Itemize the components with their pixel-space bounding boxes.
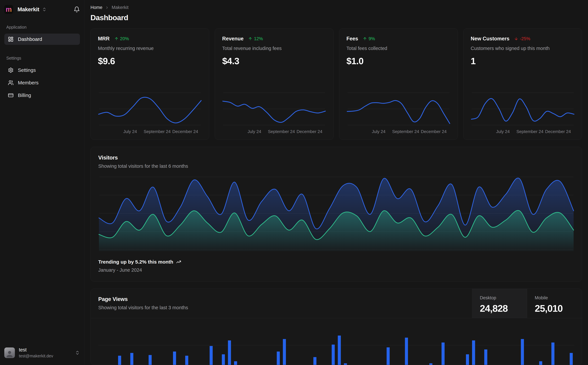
- nav-settings: Settings Members Billing: [4, 64, 80, 101]
- stat-card-fees: Fees 9% Total fees collected $1.0 July 2…: [339, 28, 458, 140]
- main-content: Home Makerkit Dashboard MRR 20% Monthly …: [84, 0, 588, 365]
- stat-title: Fees: [346, 36, 358, 42]
- page-views-subtitle: Showing total visitors for the last 3 mo…: [98, 305, 188, 310]
- user-menu-caret[interactable]: [75, 350, 80, 355]
- visitors-area-chart: [98, 176, 574, 251]
- stat-value: $4.3: [222, 56, 326, 66]
- page-views-title: Page Views: [98, 296, 188, 302]
- user-email: test@makerkit.dev: [19, 354, 53, 358]
- sidebar-item-billing[interactable]: Billing: [4, 90, 80, 101]
- user-name: test: [19, 347, 53, 353]
- axis-tick: July 24: [248, 129, 261, 134]
- sidebar-item-label: Settings: [18, 67, 36, 73]
- page-views-header: Page Views Showing total visitors for th…: [91, 289, 582, 318]
- axis-tick: December 24: [545, 129, 571, 134]
- toggle-label: Desktop: [480, 295, 527, 301]
- chevrons-up-down-icon: [75, 350, 80, 355]
- billing-icon: [8, 92, 14, 98]
- trend-badge: 12%: [248, 36, 263, 41]
- bell-icon: [74, 6, 80, 13]
- stat-card-revenue: Revenue 12% Total revenue including fees…: [215, 28, 333, 140]
- page-views-bar-chart: [91, 318, 582, 365]
- visitors-subtitle: Showing total visitors for the last 6 mo…: [98, 163, 574, 169]
- toggle-desktop[interactable]: Desktop 24,828: [472, 289, 527, 318]
- toggle-value: 24,828: [480, 303, 527, 314]
- breadcrumb-home-link[interactable]: Home: [90, 5, 102, 10]
- toggle-mobile[interactable]: Mobile 25,010: [527, 289, 582, 318]
- axis-tick: December 24: [421, 129, 447, 134]
- visitors-card: Visitors Showing total visitors for the …: [90, 147, 582, 282]
- axis-tick: July 24: [372, 129, 385, 134]
- trend-value: 9%: [368, 36, 375, 41]
- sidebar-item-label: Members: [18, 80, 39, 85]
- stat-cards-row: MRR 20% Monthly recurring revenue $9.6 J…: [90, 28, 582, 140]
- sparkline-chart: July 24 September 24 December 24: [222, 92, 326, 135]
- members-icon: [8, 80, 14, 85]
- trend-badge: 9%: [363, 36, 375, 41]
- stat-value: $9.6: [98, 56, 202, 66]
- axis-tick: July 24: [496, 129, 510, 134]
- arrow-down-icon: [514, 36, 518, 41]
- stat-title: MRR: [98, 36, 110, 42]
- toggle-label: Mobile: [535, 295, 582, 301]
- chevrons-up-down-icon: [42, 7, 47, 12]
- section-label-application: Application: [4, 25, 80, 30]
- workspace-selector[interactable]: [42, 7, 47, 12]
- arrow-up-icon: [114, 36, 119, 41]
- page-views-toggles: Desktop 24,828 Mobile 25,010: [472, 289, 582, 318]
- visitors-period: January - June 2024: [98, 267, 574, 273]
- user-silhouette-icon: [5, 350, 14, 358]
- trend-badge: 20%: [114, 36, 129, 41]
- arrow-up-icon: [248, 36, 252, 41]
- dashboard-icon: [8, 36, 14, 42]
- sidebar: m Makerkit Application Dashboard Setting…: [0, 0, 84, 365]
- trending-up-icon: [176, 260, 181, 264]
- trend-value: -25%: [520, 36, 530, 41]
- stat-description: Monthly recurring revenue: [98, 46, 202, 51]
- page-title: Dashboard: [90, 14, 582, 22]
- visitors-title: Visitors: [98, 154, 574, 161]
- sidebar-item-members[interactable]: Members: [4, 77, 80, 88]
- axis-tick: September 24: [144, 129, 171, 134]
- stat-description: Total revenue including fees: [222, 46, 326, 51]
- visitors-trend-text: Trending up by 5.2% this month: [98, 259, 173, 265]
- workspace-row: m Makerkit: [4, 5, 80, 14]
- stat-title: New Customers: [471, 36, 509, 42]
- section-label-settings: Settings: [4, 56, 80, 61]
- nav-application: Dashboard: [4, 34, 80, 45]
- sparkline-axis: July 24 September 24 December 24: [222, 129, 326, 135]
- sidebar-item-label: Dashboard: [18, 36, 42, 42]
- sparkline-chart: July 24 September 24 December 24: [471, 92, 574, 135]
- sparkline-axis: July 24 September 24 December 24: [346, 129, 450, 135]
- sidebar-item-settings[interactable]: Settings: [4, 64, 80, 76]
- axis-tick: December 24: [297, 129, 322, 134]
- visitors-footer: Trending up by 5.2% this month January -…: [98, 259, 574, 273]
- axis-tick: September 24: [268, 129, 295, 134]
- sparkline-chart: July 24 September 24 December 24: [98, 92, 202, 135]
- workspace-name: Makerkit: [18, 6, 39, 13]
- notifications-button[interactable]: [74, 6, 80, 13]
- stat-title: Revenue: [222, 36, 243, 42]
- toggle-value: 25,010: [535, 303, 582, 314]
- trend-value: 12%: [254, 36, 263, 41]
- axis-tick: September 24: [516, 129, 543, 134]
- sparkline-chart: July 24 September 24 December 24: [346, 92, 450, 135]
- user-menu[interactable]: test test@makerkit.dev: [4, 347, 80, 358]
- sidebar-item-label: Billing: [18, 92, 31, 98]
- stat-value: $1.0: [346, 56, 450, 66]
- trend-value: 20%: [120, 36, 129, 41]
- arrow-up-icon: [363, 36, 367, 41]
- breadcrumb-current: Makerkit: [112, 5, 129, 10]
- stat-value: 1: [471, 56, 574, 66]
- stat-description: Total fees collected: [346, 46, 450, 51]
- chevron-right-icon: [105, 6, 109, 10]
- settings-icon: [8, 67, 14, 73]
- avatar: [4, 347, 15, 358]
- axis-tick: September 24: [392, 129, 419, 134]
- stat-card-new-customers: New Customers -25% Customers who signed …: [463, 28, 582, 140]
- page-views-card: Page Views Showing total visitors for th…: [90, 288, 582, 365]
- stat-card-mrr: MRR 20% Monthly recurring revenue $9.6 J…: [90, 28, 209, 140]
- sidebar-item-dashboard[interactable]: Dashboard: [4, 34, 80, 45]
- stat-description: Customers who signed up this month: [471, 46, 574, 51]
- sparkline-axis: July 24 September 24 December 24: [471, 129, 574, 135]
